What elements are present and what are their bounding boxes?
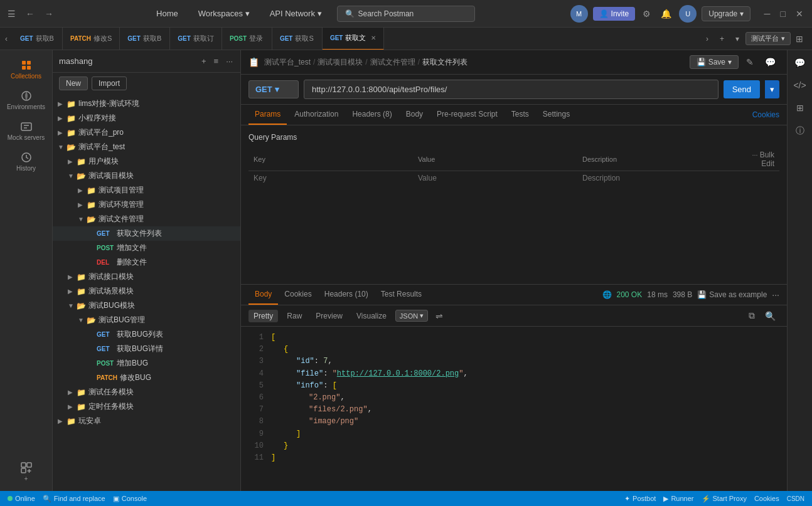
format-raw[interactable]: Raw: [282, 310, 307, 322]
sidebar-item-mock[interactable]: Mock servers: [4, 117, 49, 145]
tree-item-projmanage[interactable]: ▶ 📁 测试项目管理: [53, 183, 240, 198]
breadcrumb-folder[interactable]: 测试文件管理: [370, 57, 415, 68]
tab-body[interactable]: Body: [400, 105, 429, 125]
workspaces-link[interactable]: Workspaces ▾: [193, 6, 255, 21]
tree-item-scenemodule[interactable]: ▶ 📁 测试场景模块: [53, 284, 240, 298]
resp-tab-body[interactable]: Body: [248, 285, 278, 305]
breadcrumb-workspace[interactable]: 测试平台_test: [264, 57, 311, 68]
tree-item-testtest[interactable]: ▼ 📂 测试平台_test: [53, 140, 240, 154]
tabs-dropdown-icon[interactable]: ▾: [730, 28, 744, 50]
tabs-next-icon[interactable]: ›: [701, 28, 713, 50]
sidebar-item-collections[interactable]: Collections: [4, 55, 49, 83]
tab-0[interactable]: GET 获取B: [13, 28, 63, 50]
avatar-1[interactable]: M: [570, 5, 588, 23]
tab-5[interactable]: GET 获取S: [272, 28, 323, 50]
json-type-select[interactable]: JSON ▾: [395, 310, 428, 322]
format-visualize[interactable]: Visualize: [351, 310, 392, 322]
home-link[interactable]: Home: [151, 6, 183, 21]
tab-tests[interactable]: Tests: [505, 105, 535, 125]
sidebar-item-environments[interactable]: Environments: [4, 86, 49, 114]
tab-1[interactable]: PATCH 修改S: [63, 28, 120, 50]
tab-auth[interactable]: Authorization: [288, 105, 345, 125]
resp-tab-cookies[interactable]: Cookies: [278, 285, 318, 305]
tree-item-filemanage[interactable]: ▼ 📂 测试文件管理: [53, 212, 240, 226]
tree-item-delfile[interactable]: DEL 删除文件: [53, 255, 240, 270]
console-button[interactable]: ▣ Console: [113, 495, 147, 503]
chat-icon[interactable]: 💬: [792, 55, 808, 70]
cookies-button[interactable]: Cookies: [754, 495, 779, 502]
tree-item-patchbug[interactable]: PATCH 修改BUG: [53, 371, 240, 385]
notification-icon[interactable]: 🔔: [658, 6, 674, 21]
new-tab-icon[interactable]: +: [715, 28, 729, 50]
wrap-icon[interactable]: ⇌: [435, 311, 443, 321]
tab-close-icon-6[interactable]: ✕: [371, 34, 376, 41]
more-options-icon[interactable]: ···: [225, 55, 234, 67]
back-icon[interactable]: ←: [23, 6, 37, 21]
save-example-button[interactable]: 💾 Save as example: [697, 290, 767, 299]
save-button[interactable]: 💾 Save ▾: [690, 55, 739, 69]
edit-icon[interactable]: ✎: [742, 56, 757, 68]
tree-item-lims[interactable]: ▶ 📁 lims对接-测试环境: [53, 97, 240, 111]
key-input[interactable]: [254, 174, 348, 182]
info-icon[interactable]: ⓘ: [793, 123, 807, 139]
invite-button[interactable]: 👤 Invite: [593, 7, 636, 21]
split-pane-icon[interactable]: ⊞: [792, 33, 807, 45]
tabs-prev-icon[interactable]: ‹: [0, 28, 13, 50]
format-pretty[interactable]: Pretty: [248, 310, 278, 322]
avatar-2[interactable]: U: [679, 5, 697, 23]
cookies-link[interactable]: Cookies: [752, 110, 779, 119]
search-response-icon[interactable]: 🔍: [761, 309, 779, 322]
tree-item-miniprogram[interactable]: ▶ 📁 小程序对接: [53, 111, 240, 125]
value-input[interactable]: [418, 174, 512, 182]
start-proxy-button[interactable]: ⚡ Start Proxy: [702, 495, 747, 503]
add-collection-icon[interactable]: +: [200, 55, 208, 67]
tree-item-users[interactable]: ▶ 📁 用户模块: [53, 154, 240, 169]
bulk-edit-button[interactable]: Bulk Edit: [760, 150, 774, 168]
find-replace-button[interactable]: 🔍 Find and replace: [43, 495, 105, 503]
tab-3[interactable]: GET 获取订: [170, 28, 222, 50]
copy-icon[interactable]: ⧉: [745, 309, 759, 322]
resp-tab-headers[interactable]: Headers (10): [318, 285, 375, 305]
tree-item-testproject[interactable]: ▼ 📂 测试项目模块: [53, 169, 240, 183]
import-button[interactable]: Import: [92, 76, 127, 90]
url-input[interactable]: [304, 80, 719, 99]
minimize-button[interactable]: ─: [761, 8, 774, 20]
tree-item-getbugdetail[interactable]: GET 获取BUG详情: [53, 342, 240, 356]
list-icon[interactable]: ≡: [213, 55, 220, 67]
send-dropdown-button[interactable]: ▾: [765, 80, 779, 98]
upgrade-button[interactable]: Upgrade ▾: [702, 6, 750, 21]
tree-item-addbug[interactable]: POST 增加BUG: [53, 356, 240, 371]
send-button[interactable]: Send: [724, 80, 760, 98]
tree-item-envmanage[interactable]: ▶ 📁 测试环境管理: [53, 198, 240, 212]
tree-item-getfiles[interactable]: GET 获取文件列表: [53, 226, 240, 241]
maximize-button[interactable]: □: [777, 8, 789, 20]
description-input[interactable]: [582, 174, 676, 182]
menu-icon[interactable]: ☰: [5, 6, 18, 21]
forward-icon[interactable]: →: [42, 6, 56, 21]
postbot-button[interactable]: ✦ Postbot: [624, 495, 656, 503]
tab-prerequest[interactable]: Pre-request Script: [430, 105, 504, 125]
tree-item-apimodule[interactable]: ▶ 📁 测试接口模块: [53, 270, 240, 284]
settings-icon[interactable]: ⚙: [640, 6, 653, 21]
tree-item-scheduledtask[interactable]: ▶ 📁 定时任务模块: [53, 399, 240, 414]
api-network-link[interactable]: API Network ▾: [265, 6, 327, 21]
comment-icon[interactable]: 💬: [761, 56, 779, 68]
close-button[interactable]: ✕: [792, 8, 807, 20]
method-select[interactable]: GET ▾: [248, 80, 299, 98]
sidebar-item-extensions[interactable]: +: [4, 458, 49, 486]
tree-item-taskmodule[interactable]: ▶ 📁 测试任务模块: [53, 385, 240, 399]
layout-icon[interactable]: ⊞: [794, 100, 806, 115]
format-preview[interactable]: Preview: [311, 310, 348, 322]
code-icon[interactable]: </>: [791, 78, 808, 93]
search-bar[interactable]: 🔍 Search Postman: [337, 6, 475, 22]
workspace-selector[interactable]: 测试平台 ▾: [745, 32, 791, 45]
online-status[interactable]: Online: [8, 495, 35, 502]
sidebar-item-history[interactable]: History: [4, 147, 49, 176]
tab-settings[interactable]: Settings: [537, 105, 576, 125]
tree-item-android[interactable]: ▶ 📁 玩安卓: [53, 414, 240, 428]
new-button[interactable]: New: [59, 76, 88, 90]
resp-tab-testresults[interactable]: Test Results: [375, 285, 428, 305]
tree-item-addfile[interactable]: POST 增加文件: [53, 241, 240, 255]
tab-6[interactable]: GET 获取文 ✕: [323, 28, 385, 50]
tree-item-testpro[interactable]: ▶ 📁 测试平台_pro: [53, 125, 240, 140]
